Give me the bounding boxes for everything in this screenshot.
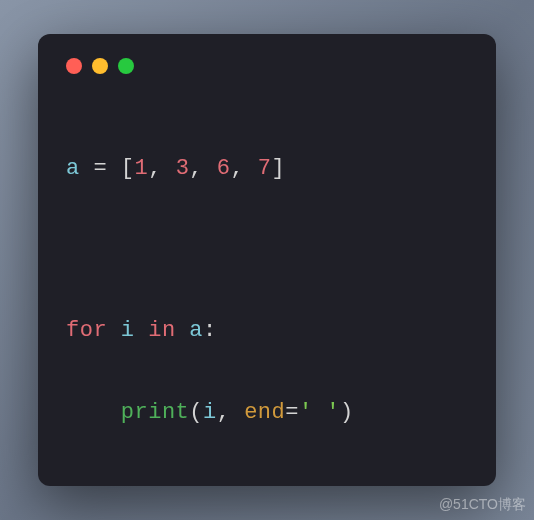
tok-func-print: print [121, 400, 190, 425]
close-icon[interactable] [66, 58, 82, 74]
tok-space [135, 318, 149, 343]
tok-var-i: i [121, 318, 135, 343]
maximize-icon[interactable] [118, 58, 134, 74]
minimize-icon[interactable] [92, 58, 108, 74]
tok-eq: = [285, 400, 299, 425]
tok-lbracket: [ [121, 156, 135, 181]
tok-num: 7 [258, 156, 272, 181]
tok-num: 1 [135, 156, 149, 181]
tok-comma: , [230, 156, 257, 181]
tok-comma: , [217, 400, 244, 425]
tok-lparen: ( [189, 400, 203, 425]
code-block: a = [1, 3, 6, 7] for i in a: print(i, en… [66, 108, 468, 520]
tok-string: ' ' [299, 400, 340, 425]
code-window: a = [1, 3, 6, 7] for i in a: print(i, en… [38, 34, 496, 486]
watermark: @51CTO博客 [439, 496, 526, 514]
tok-comma: , [148, 156, 175, 181]
tok-var-a: a [189, 318, 203, 343]
tok-indent [66, 400, 121, 425]
tok-eq: = [80, 156, 121, 181]
tok-rbracket: ] [272, 156, 286, 181]
tok-rparen: ) [340, 400, 354, 425]
tok-space [176, 318, 190, 343]
tok-comma: , [189, 156, 216, 181]
code-line-3: for i in a: [66, 311, 468, 352]
tok-var-i: i [203, 400, 217, 425]
traffic-lights [66, 58, 468, 74]
tok-in: in [148, 318, 175, 343]
tok-for: for [66, 318, 107, 343]
code-line-1: a = [1, 3, 6, 7] [66, 149, 468, 190]
tok-num: 3 [176, 156, 190, 181]
code-line-4: print(i, end=' ') [66, 393, 468, 434]
tok-colon: : [203, 318, 217, 343]
tok-num: 6 [217, 156, 231, 181]
tok-var-a: a [66, 156, 80, 181]
code-line-blank [66, 474, 468, 515]
tok-param-end: end [244, 400, 285, 425]
tok-space [107, 318, 121, 343]
code-line-blank [66, 230, 468, 271]
